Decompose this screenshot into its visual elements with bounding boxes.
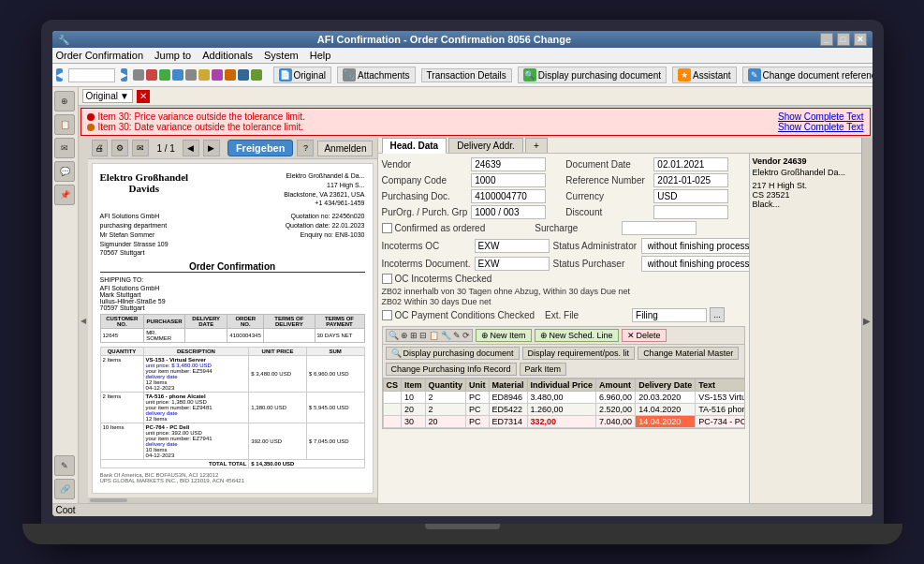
original-dropdown[interactable]: Original ▼ <box>82 89 133 103</box>
col-text: Text <box>696 379 745 392</box>
original-button[interactable]: 📄 Original <box>273 67 331 83</box>
discount-input[interactable] <box>653 205 728 219</box>
sidebar-icon-5[interactable]: 📌 <box>54 185 75 205</box>
confirmed-checkbox[interactable] <box>382 223 392 233</box>
purorg-input[interactable] <box>471 205 546 219</box>
payment-section: ZB02 innerhalb von 30 Tagen ohne Abzug, … <box>382 287 745 322</box>
forward-icon[interactable]: ▶ <box>121 68 127 82</box>
anmelden-button[interactable]: Anmelden <box>317 141 373 156</box>
sidebar-icon-1[interactable]: ⊕ <box>54 91 75 111</box>
doc-header: Elektro Großhandel Davids Elektro Großha… <box>100 171 365 208</box>
toolbar-icon-9[interactable] <box>238 69 249 81</box>
menu-system[interactable]: System <box>264 50 299 61</box>
status-admin-select[interactable]: without finishing process <box>641 238 749 254</box>
tab-plus[interactable]: + <box>525 138 548 153</box>
error-link-2[interactable]: Show Complete Text <box>778 122 864 132</box>
ext-file-input[interactable] <box>632 308 707 322</box>
incoterms-oc-label: Incoterms OC <box>382 241 471 251</box>
ref-number-input[interactable] <box>653 173 728 187</box>
ext-file-browse-button[interactable]: ... <box>710 307 725 322</box>
page-arrow-left[interactable]: ◀ <box>79 138 88 503</box>
oc-incoterms-checkbox[interactable] <box>382 274 392 284</box>
incoterms-doc-input[interactable] <box>475 257 550 271</box>
new-item-button[interactable]: ⊕ New Item <box>476 329 532 342</box>
cell-text: TA-516 phone Alcatel unit price: y... <box>696 404 745 416</box>
page-arrow-right[interactable]: ▶ <box>861 138 873 503</box>
display-req-button[interactable]: Display requirement/pos. lit <box>522 347 636 360</box>
toolbar-icon-2[interactable] <box>146 69 157 81</box>
surcharge-input[interactable] <box>622 221 697 235</box>
change-purch-info-button[interactable]: Change Purchasing Info Record <box>386 363 517 376</box>
currency-input[interactable] <box>653 189 728 203</box>
original-bar: Original ▼ ✕ <box>79 87 873 106</box>
change-doc-icon: ✎ <box>748 68 761 82</box>
back-icon[interactable]: ◀ <box>56 68 63 82</box>
park-item-button[interactable]: Park Item <box>520 363 567 376</box>
vendor-addr-line1: 217 H High St. <box>753 181 858 190</box>
incoterms-oc-input[interactable] <box>475 239 550 253</box>
sidebar-icon-7[interactable]: 🔗 <box>54 479 75 499</box>
transaction-details-button[interactable]: Transaction Details <box>421 68 512 82</box>
sidebar-icon-6[interactable]: ✎ <box>54 455 75 476</box>
vendor-input[interactable] <box>471 157 546 171</box>
display-purch-doc-button[interactable]: 🔍 Display purchasing document <box>386 347 520 360</box>
vendor-info-panel: Vendor 24639 Elektro Großhandel Da... 21… <box>749 154 861 503</box>
minimize-button[interactable]: _ <box>820 33 833 46</box>
delete-button[interactable]: ✕ Delete <box>622 329 667 342</box>
laptop-frame: 🔧 AFI Confirmation - Order Confirmation … <box>41 20 884 544</box>
toolbar-icon-7[interactable] <box>212 69 223 81</box>
menu-additionals[interactable]: Additionals <box>202 50 253 61</box>
confirmed-row: Confirmed as ordered Surcharge <box>382 221 745 235</box>
toolbar-icon-3[interactable] <box>159 69 170 81</box>
assistant-button[interactable]: ★ Assistant <box>672 67 737 83</box>
maximize-button[interactable]: □ <box>837 33 850 46</box>
oc-incoterms-label: OC Incoterms Checked <box>395 274 492 284</box>
close-original-button[interactable]: ✕ <box>137 90 150 103</box>
next-page-button[interactable]: ▶ <box>203 140 220 156</box>
sidebar-icon-4[interactable]: 💬 <box>54 161 75 182</box>
sidebar-icon-2[interactable]: 📋 <box>54 114 75 135</box>
purch-doc-label: Purchasing Doc. <box>382 191 468 201</box>
freigeben-button[interactable]: Freigeben <box>227 140 294 156</box>
menu-help[interactable]: Help <box>310 50 331 61</box>
ext-file-row: OC Payment Conditions Checked Ext. File … <box>382 307 745 322</box>
toolbar-icons-group[interactable]: 🔍 ⊕ ⊞ ⊟ 📋 🔧 ✎ ⟳ <box>386 329 473 342</box>
form-section-incoterms: Incoterms OC Status Administrator withou… <box>382 238 745 284</box>
error-link-1[interactable]: Show Complete Text <box>778 111 864 122</box>
col-material: Material <box>489 379 527 392</box>
col-amount: Amount <box>596 379 636 392</box>
print-button[interactable]: 🖨 <box>92 140 109 156</box>
cell-cs <box>383 404 402 416</box>
change-material-button[interactable]: Change Material Master <box>638 347 739 360</box>
tab-head-data[interactable]: Head. Data <box>382 138 447 154</box>
attachments-button[interactable]: 📎 Attachments <box>337 67 416 83</box>
company-code-input[interactable] <box>471 173 546 187</box>
email-button[interactable]: ✉ <box>132 140 149 156</box>
display-purchasing-button[interactable]: 🔍 Display purchasing document <box>518 67 667 83</box>
col-individual-price: Individual Price <box>527 379 596 392</box>
change-doc-ref-button[interactable]: ✎ Change document reference <box>742 67 873 83</box>
doc-date-input[interactable] <box>653 157 728 171</box>
close-button[interactable]: ✕ <box>854 33 867 46</box>
cell-unit: PC <box>466 404 490 416</box>
discount-label: Discount <box>565 207 650 217</box>
sidebar-icon-3[interactable]: ✉ <box>54 138 75 158</box>
nav-input[interactable] <box>68 68 115 82</box>
toolbar-icon-10[interactable] <box>251 69 262 81</box>
toolbar-icon-5[interactable] <box>185 69 197 81</box>
status-purchaser-select[interactable]: without finishing process <box>641 256 749 272</box>
purch-doc-input[interactable] <box>471 189 546 203</box>
prev-page-button[interactable]: ◀ <box>183 140 199 156</box>
settings-button[interactable]: ⚙ <box>111 140 128 156</box>
toolbar-icon-1[interactable] <box>133 69 144 81</box>
toolbar-icon-4[interactable] <box>172 69 183 81</box>
toolbar-icon-6[interactable] <box>198 69 210 81</box>
help-button[interactable]: ? <box>297 140 314 156</box>
toolbar-icon-8[interactable] <box>225 69 236 81</box>
order-no: 4100004345 <box>227 329 264 343</box>
oc-payment-checkbox[interactable] <box>382 310 392 320</box>
new-sched-line-button[interactable]: ⊕ New Sched. Line <box>535 329 619 342</box>
tab-delivery-addr[interactable]: Delivery Addr. <box>448 138 523 153</box>
menu-jump-to[interactable]: Jump to <box>154 50 191 61</box>
menu-order-confirmation[interactable]: Order Confirmation <box>56 50 144 61</box>
